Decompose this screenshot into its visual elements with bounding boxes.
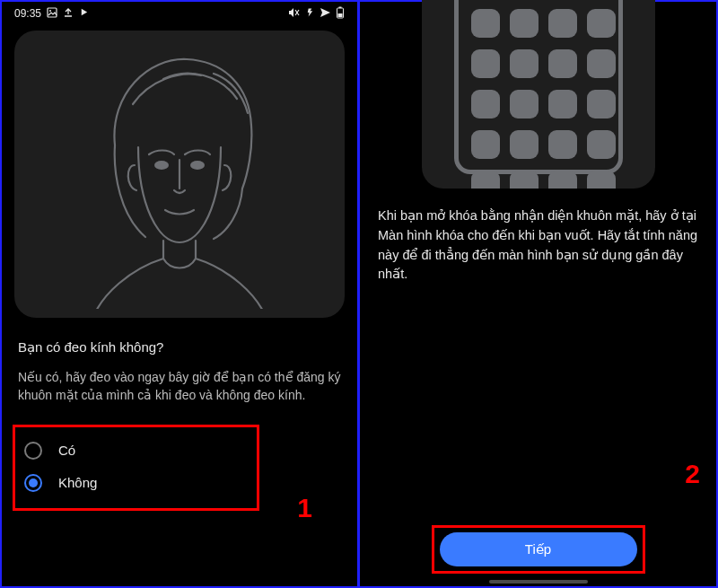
app-tile [471, 9, 500, 38]
radio-icon-selected [24, 474, 42, 492]
next-button-label: Tiếp [525, 541, 551, 557]
app-tile [471, 171, 500, 189]
battery-icon [336, 6, 345, 22]
svg-rect-5 [339, 6, 342, 8]
glasses-radio-group: Có Không [13, 425, 259, 511]
app-tile [548, 171, 577, 189]
mute-icon [288, 7, 301, 21]
app-tile [548, 130, 577, 159]
app-tile [510, 49, 538, 78]
radio-option-yes[interactable]: Có [21, 434, 251, 467]
app-tile [471, 130, 500, 159]
vibrate-icon [305, 7, 315, 21]
app-tile [510, 90, 538, 118]
app-tile [587, 90, 616, 118]
app-tile [510, 171, 538, 189]
homescreen-illustration-card [422, 0, 655, 189]
app-tile [587, 171, 616, 189]
svg-rect-6 [338, 13, 343, 17]
face-icon [63, 39, 296, 309]
question-description: Nếu có, hãy đeo vào ngay bây giờ để bạn … [18, 368, 341, 405]
app-tile [587, 49, 616, 78]
upload-icon [63, 7, 74, 21]
svg-point-1 [49, 10, 51, 12]
question-block: Bạn có đeo kính không? Nếu có, hãy đeo v… [2, 318, 357, 405]
svg-point-7 [154, 161, 169, 170]
status-bar: 09:35 [2, 2, 357, 22]
highlight-box-next: Tiếp [432, 525, 645, 574]
annotation-step-1: 1 [297, 493, 312, 523]
annotation-step-2: 2 [685, 459, 700, 489]
radio-icon [24, 442, 42, 460]
radio-label: Không [58, 475, 97, 490]
face-illustration-card [14, 31, 345, 318]
app-tile [548, 49, 577, 78]
svg-point-8 [190, 161, 205, 170]
app-tile [510, 9, 538, 38]
app-tile [587, 9, 616, 38]
radio-option-no[interactable]: Không [21, 467, 251, 499]
status-time: 09:35 [14, 7, 41, 20]
app-tile [587, 130, 616, 159]
question-title: Bạn có đeo kính không? [18, 339, 341, 355]
app-tile [510, 130, 538, 159]
play-icon [79, 7, 89, 20]
airplane-icon [320, 7, 331, 21]
radio-label: Có [58, 443, 75, 458]
next-button[interactable]: Tiếp [440, 532, 637, 566]
app-tile [548, 90, 577, 118]
app-tile [471, 49, 500, 78]
info-description: Khi bạn mở khóa bằng nhận diện khuôn mặt… [360, 189, 716, 285]
image-icon [47, 7, 57, 21]
screen-stay-on-lock: Khi bạn mở khóa bằng nhận diện khuôn mặt… [359, 2, 716, 586]
screen-glasses-question: 09:35 [2, 2, 359, 586]
phone-frame-icon [454, 0, 623, 174]
app-tile [471, 90, 500, 118]
app-tile [548, 9, 577, 38]
home-indicator[interactable] [489, 580, 588, 584]
